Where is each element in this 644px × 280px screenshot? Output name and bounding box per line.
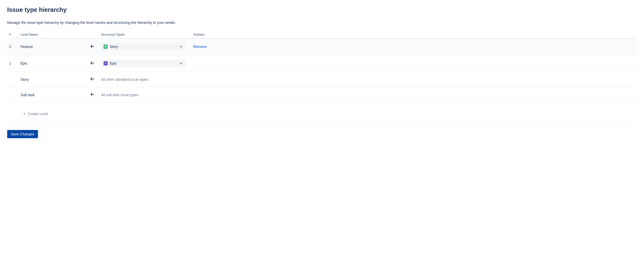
remove-link[interactable]: Remove bbox=[193, 45, 207, 49]
issue-type-text: All sub-task issue types bbox=[101, 93, 138, 97]
level-name: Feature bbox=[18, 38, 88, 55]
level-number bbox=[7, 72, 18, 87]
col-header-type: Jira Issue Types bbox=[99, 31, 191, 38]
bolt-icon bbox=[104, 61, 108, 65]
level-number bbox=[7, 87, 18, 103]
chevron-down-icon bbox=[179, 61, 183, 65]
issue-type-label: Story bbox=[110, 45, 118, 49]
table-row: Sub-taskAll sub-task issue types bbox=[7, 87, 637, 103]
issue-type-select[interactable]: Story bbox=[101, 43, 186, 50]
create-level-button[interactable]: Create Level bbox=[21, 107, 50, 121]
create-level-label: Create Level bbox=[28, 112, 48, 116]
plus-icon bbox=[23, 112, 26, 116]
table-row: 2FeatureStoryRemove bbox=[7, 38, 637, 55]
hierarchy-table: # Level Name Jira Issue Types Actions 2F… bbox=[7, 31, 637, 125]
arrow-left-icon bbox=[90, 44, 95, 49]
arrow-left-icon bbox=[90, 61, 95, 66]
issue-type-label: Epic bbox=[110, 61, 117, 65]
col-header-arrow bbox=[88, 31, 99, 38]
table-row: StoryAll other standard issue types bbox=[7, 72, 637, 87]
page-description: Manage the issue type hierarchy by chang… bbox=[7, 21, 637, 25]
page-title: Issue type hierarchy bbox=[7, 6, 637, 13]
issue-type-select[interactable]: Epic bbox=[101, 60, 186, 67]
level-name: Sub-task bbox=[18, 87, 88, 103]
table-row: 1EpicEpic bbox=[7, 55, 637, 72]
col-header-actions: Actions bbox=[191, 31, 637, 38]
col-header-number: # bbox=[7, 31, 18, 38]
arrow-left-icon bbox=[90, 92, 95, 97]
chevron-down-icon bbox=[179, 45, 183, 49]
level-name: Story bbox=[18, 72, 88, 87]
arrow-left-icon bbox=[90, 76, 95, 82]
col-header-name: Level Name bbox=[18, 31, 88, 38]
level-name: Epic bbox=[18, 55, 88, 72]
issue-type-text: All other standard issue types bbox=[101, 77, 148, 82]
level-number: 1 bbox=[7, 55, 18, 72]
save-changes-button[interactable]: Save Changes bbox=[7, 130, 38, 138]
bookmark-icon bbox=[104, 45, 108, 49]
level-number: 2 bbox=[7, 38, 18, 55]
